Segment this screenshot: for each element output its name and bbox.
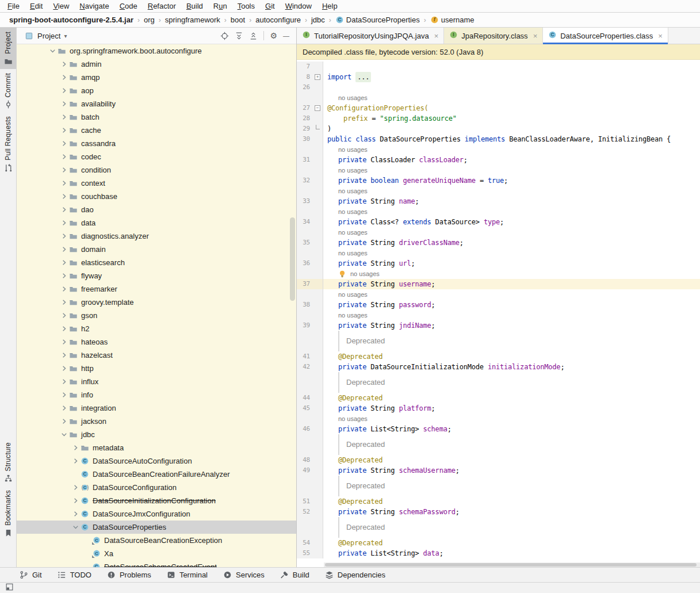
tree-item-datasourceautoconfiguration[interactable]: CDataSourceAutoConfiguration <box>17 454 296 468</box>
tool-window-button-dependencies[interactable]: Dependencies <box>325 571 385 579</box>
fold-expand-icon[interactable]: + <box>315 74 320 80</box>
hide-icon[interactable]: — <box>283 32 289 40</box>
tree-item-gson[interactable]: gson <box>17 309 296 322</box>
chevron-down-icon[interactable] <box>71 523 81 531</box>
menu-item-window[interactable]: Window <box>280 2 317 10</box>
menu-item-edit[interactable]: Edit <box>25 2 48 10</box>
tree-item-dao[interactable]: dao <box>17 203 296 216</box>
chevron-right-icon[interactable] <box>59 166 69 174</box>
usages-inlay-hint[interactable]: no usages <box>338 165 368 175</box>
chevron-right-icon[interactable] <box>71 457 81 465</box>
tool-window-tab-commit[interactable]: Commit <box>0 69 16 113</box>
breadcrumb-item-jdbc[interactable]: jdbc <box>310 16 326 24</box>
tree-item-amqp[interactable]: amqp <box>17 71 296 84</box>
chevron-down-icon[interactable]: ▾ <box>64 33 67 39</box>
tree-item-couchbase[interactable]: couchbase <box>17 190 296 203</box>
settings-icon[interactable]: ⚙ <box>270 32 277 40</box>
chevron-right-icon[interactable] <box>59 219 69 227</box>
tree-item-condition[interactable]: condition <box>17 163 296 177</box>
tree-item-datasourceschemacreatedevent[interactable]: CDataSourceSchemaCreatedEvent <box>17 560 296 567</box>
chevron-right-icon[interactable] <box>71 483 81 492</box>
tree-item-datasourceproperties[interactable]: CDataSourceProperties <box>17 521 296 534</box>
chevron-right-icon[interactable] <box>59 245 69 254</box>
expand-all-icon[interactable] <box>235 32 243 40</box>
chevron-right-icon[interactable] <box>59 258 69 267</box>
tree-item-context[interactable]: context <box>17 177 296 190</box>
chevron-right-icon[interactable] <box>59 364 69 373</box>
fold-gutter[interactable]: − <box>313 103 323 113</box>
chevron-right-icon[interactable] <box>59 417 69 426</box>
close-icon[interactable]: × <box>533 32 538 40</box>
chevron-right-icon[interactable] <box>71 443 81 452</box>
usages-inlay-hint[interactable]: no usages <box>338 310 368 320</box>
fold-end-icon[interactable] <box>316 125 320 129</box>
tree-item-cassandra[interactable]: cassandra <box>17 137 296 150</box>
tool-window-button-git[interactable]: Git <box>20 571 42 579</box>
breadcrumb-item-username[interactable]: fusername <box>429 16 476 24</box>
menu-item-view[interactable]: View <box>48 2 74 10</box>
menu-item-build[interactable]: Build <box>181 2 208 10</box>
usages-inlay-hint[interactable]: no usages <box>338 414 368 424</box>
chevron-right-icon[interactable] <box>59 351 69 359</box>
intention-bulb-icon[interactable] <box>338 270 346 278</box>
chevron-right-icon[interactable] <box>59 73 69 82</box>
breadcrumb-item-autoconfigure[interactable]: autoconfigure <box>254 16 302 24</box>
tree-item-aop[interactable]: aop <box>17 84 296 97</box>
code-editor[interactable]: 78+import ...26no usages27−@Configuratio… <box>297 60 700 567</box>
collapse-all-icon[interactable] <box>249 32 258 40</box>
breadcrumb-jar[interactable]: spring-boot-autoconfigure-2.5.4.jar <box>8 16 135 24</box>
chevron-right-icon[interactable] <box>59 205 69 214</box>
chevron-right-icon[interactable] <box>59 391 69 399</box>
chevron-right-icon[interactable] <box>59 126 69 135</box>
menu-item-file[interactable]: File <box>2 2 25 10</box>
breadcrumb-item-boot[interactable]: boot <box>229 16 246 24</box>
breadcrumb-item-org[interactable]: org <box>143 16 156 24</box>
fold-collapse-icon[interactable]: − <box>315 105 320 111</box>
tool-window-tab-bookmarks[interactable]: Bookmarks <box>0 486 16 541</box>
tree-item-jdbc[interactable]: jdbc <box>17 428 296 441</box>
chevron-right-icon[interactable] <box>59 113 69 121</box>
tree-item-cache[interactable]: cache <box>17 124 296 137</box>
locate-icon[interactable] <box>220 32 229 40</box>
chevron-right-icon[interactable] <box>59 192 69 201</box>
chevron-right-icon[interactable] <box>59 338 69 346</box>
tree-item-datasourcebeancreationexception[interactable]: CDataSourceBeanCreationException <box>17 534 296 547</box>
tree-item-domain[interactable]: domain <box>17 243 296 256</box>
breadcrumb-item-springframework[interactable]: springframework <box>164 16 221 24</box>
chevron-right-icon[interactable] <box>59 232 69 240</box>
tree-item-codec[interactable]: codec <box>17 150 296 163</box>
tool-window-button-services[interactable]: Services <box>223 571 265 579</box>
tool-window-tab-pull-requests[interactable]: Pull Requests <box>0 112 16 175</box>
close-icon[interactable]: × <box>658 32 663 40</box>
chevron-right-icon[interactable] <box>71 496 81 505</box>
usages-inlay-hint[interactable]: no usages <box>338 248 368 258</box>
tree-item-org-springframework-boot-autoconfigure[interactable]: org.springframework.boot.autoconfigure <box>17 44 296 58</box>
tree-item-jackson[interactable]: jackson <box>17 415 296 428</box>
chevron-right-icon[interactable] <box>59 285 69 293</box>
menu-item-git[interactable]: Git <box>260 2 280 10</box>
breadcrumb-item-datasourceproperties[interactable]: CDataSourceProperties <box>334 16 421 24</box>
tool-window-tab-project[interactable]: Project <box>0 28 16 69</box>
chevron-right-icon[interactable] <box>59 324 69 333</box>
chevron-right-icon[interactable] <box>59 100 69 108</box>
tree-item-h2[interactable]: h2 <box>17 322 296 335</box>
tree-item-flyway[interactable]: flyway <box>17 269 296 282</box>
chevron-right-icon[interactable] <box>59 298 69 307</box>
usages-inlay-hint[interactable]: no usages <box>350 269 380 279</box>
project-tree-scrollbar[interactable] <box>290 217 295 301</box>
tree-item-datasourcejmxconfiguration[interactable]: CDataSourceJmxConfiguration <box>17 507 296 521</box>
editor-tab-datasourceproperties-class[interactable]: CDataSourceProperties.class× <box>543 28 668 44</box>
tool-window-button-build[interactable]: Build <box>280 571 309 579</box>
chevron-right-icon[interactable] <box>59 404 69 412</box>
chevron-right-icon[interactable] <box>71 510 81 518</box>
project-panel-title[interactable]: Project <box>37 32 60 40</box>
chevron-down-icon[interactable] <box>59 430 69 439</box>
window-layout-icon[interactable] <box>5 583 14 593</box>
close-icon[interactable]: × <box>434 32 439 40</box>
menu-item-refactor[interactable]: Refactor <box>143 2 181 10</box>
tree-item-diagnostics-analyzer[interactable]: diagnostics.analyzer <box>17 229 296 243</box>
chevron-right-icon[interactable] <box>59 179 69 188</box>
chevron-down-icon[interactable] <box>48 47 58 55</box>
chevron-right-icon[interactable] <box>59 271 69 280</box>
tree-item-freemarker[interactable]: freemarker <box>17 282 296 296</box>
